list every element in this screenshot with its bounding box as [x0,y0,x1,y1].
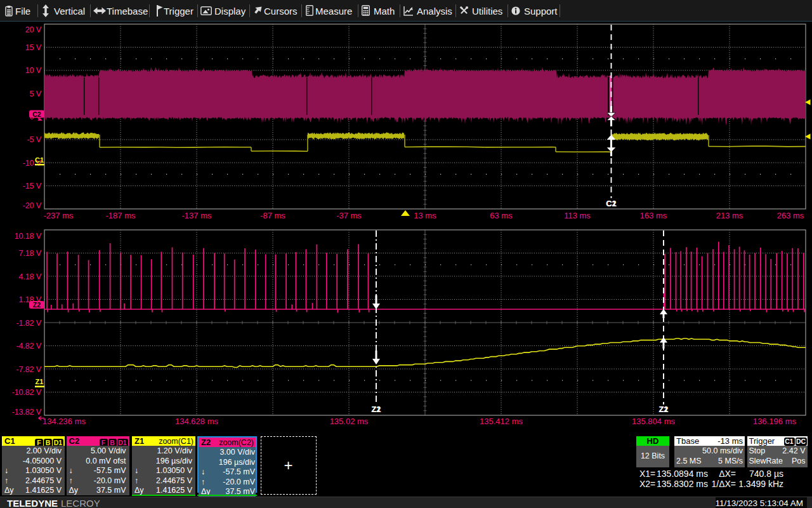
svg-text:135.02 ms: 135.02 ms [330,417,369,426]
svg-text:Z2: Z2 [33,301,41,309]
svg-text:C2: C2 [32,110,41,118]
svg-text:-13.82 V: -13.82 V [12,408,42,417]
svg-text:10 V: 10 V [25,66,42,75]
svg-text:-237 ms: -237 ms [44,211,74,220]
svg-text:-137 ms: -137 ms [182,211,212,220]
svg-text:134.236 ms: 134.236 ms [43,417,86,426]
svg-text:-20 V: -20 V [23,201,42,210]
svg-text:136.196 ms: 136.196 ms [753,417,796,426]
svg-text:135.804 ms: 135.804 ms [632,417,675,426]
svg-text:Z2: Z2 [371,404,381,414]
svg-text:-10.82 V: -10.82 V [12,388,42,397]
svg-text:5 V: 5 V [30,90,42,98]
svg-text:C1: C1 [35,156,44,164]
svg-text:Z2: Z2 [658,404,668,414]
svg-text:163 ms: 163 ms [640,211,667,220]
svg-text:7.18 V: 7.18 V [19,249,42,258]
svg-text:263 ms: 263 ms [777,211,804,220]
svg-text:-87 ms: -87 ms [260,211,285,220]
svg-text:Z1: Z1 [36,378,44,385]
svg-text:134.628 ms: 134.628 ms [175,417,218,426]
svg-text:15 V: 15 V [25,43,42,52]
svg-text:213 ms: 213 ms [716,211,743,220]
svg-text:10.18 V: 10.18 V [15,232,42,241]
svg-text:-15 V: -15 V [23,182,42,190]
svg-text:4.18 V: 4.18 V [19,272,42,281]
svg-text:-5 V: -5 V [27,135,42,144]
svg-text:135.412 ms: 135.412 ms [480,417,523,426]
svg-text:-4.82 V: -4.82 V [16,342,41,351]
svg-text:113 ms: 113 ms [564,211,591,220]
svg-text:13 ms: 13 ms [414,211,436,220]
svg-text:-1.82 V: -1.82 V [16,319,41,328]
svg-text:63 ms: 63 ms [490,211,513,220]
svg-text:-37 ms: -37 ms [336,211,362,220]
svg-text:20 V: 20 V [25,25,42,34]
svg-text:-187 ms: -187 ms [106,211,136,220]
svg-text:C2: C2 [606,199,617,208]
svg-text:-7.82 V: -7.82 V [16,365,41,374]
